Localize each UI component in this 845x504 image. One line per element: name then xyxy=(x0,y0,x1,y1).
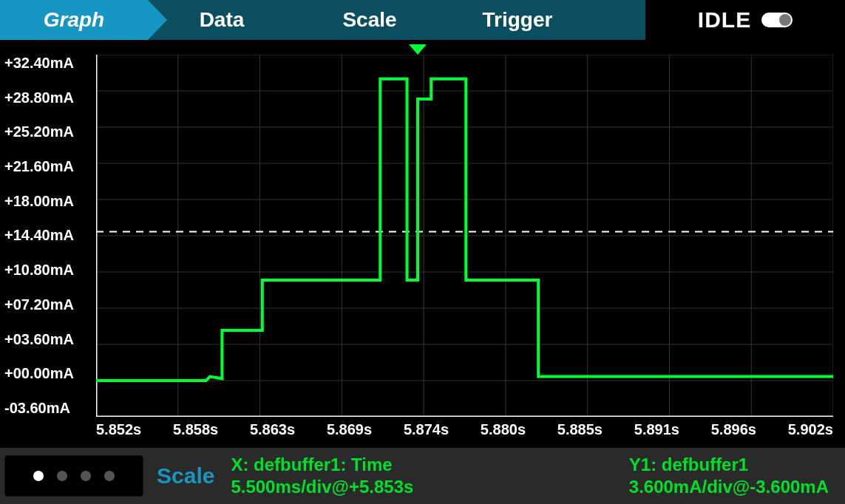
x-tick-label: 5.902s xyxy=(788,421,833,446)
page-dot-3 xyxy=(81,471,91,481)
status-toggle-icon[interactable] xyxy=(761,13,793,27)
bottom-bar: Scale X: defbuffer1: Time 5.500ms/div@+5… xyxy=(0,448,845,504)
y-tick-label: +18.00mA xyxy=(4,193,92,210)
tab-label: Trigger xyxy=(483,8,553,32)
scale-label: Scale xyxy=(157,463,214,488)
tab-bar: Graph Data Scale Trigger IDLE xyxy=(0,0,845,40)
tab-label: Scale xyxy=(342,8,396,32)
x-tick-label: 5.891s xyxy=(634,421,679,446)
y-tick-label: +21.60mA xyxy=(4,158,92,175)
tab-scale[interactable]: Scale xyxy=(296,0,444,40)
x-axis-labels: 5.852s5.858s5.863s5.869s5.874s5.880s5.88… xyxy=(96,421,833,446)
tab-trigger[interactable]: Trigger xyxy=(444,0,591,40)
status-text: IDLE xyxy=(698,7,751,33)
x-scale-line1: X: defbuffer1: Time xyxy=(231,454,413,476)
x-scale-line2: 5.500ms/div@+5.853s xyxy=(231,476,413,498)
plot-region[interactable] xyxy=(96,55,833,417)
x-scale-info: X: defbuffer1: Time 5.500ms/div@+5.853s xyxy=(231,454,413,498)
y-tick-label: +28.80mA xyxy=(4,89,92,106)
tab-label: Graph xyxy=(44,8,104,32)
tab-label: Data xyxy=(200,8,245,32)
x-tick-label: 5.869s xyxy=(327,421,372,446)
graph-area[interactable]: +32.40mA+28.80mA+25.20mA+21.60mA+18.00mA… xyxy=(0,40,845,448)
page-dot-4 xyxy=(104,471,115,481)
x-tick-label: 5.852s xyxy=(96,421,141,446)
trigger-marker-icon xyxy=(409,44,427,55)
y-tick-label: +03.60mA xyxy=(4,331,92,348)
y-axis-labels: +32.40mA+28.80mA+25.20mA+21.60mA+18.00mA… xyxy=(4,55,92,417)
y-tick-label: +14.40mA xyxy=(4,227,92,244)
y-tick-label: +07.20mA xyxy=(4,296,92,313)
x-tick-label: 5.885s xyxy=(557,421,603,446)
x-tick-label: 5.874s xyxy=(404,421,449,446)
y-tick-label: -03.60mA xyxy=(4,400,92,417)
y-tick-label: +00.00mA xyxy=(4,365,92,382)
x-tick-label: 5.858s xyxy=(173,421,218,446)
oscilloscope-screen: Graph Data Scale Trigger IDLE +32.40mA+2… xyxy=(0,0,845,504)
tab-data[interactable]: Data xyxy=(148,0,296,40)
waveform-svg xyxy=(96,55,833,417)
y-scale-info: Y1: defbuffer1 3.600mA/div@-3.600mA xyxy=(629,454,829,498)
x-tick-label: 5.880s xyxy=(481,421,526,446)
x-tick-label: 5.896s xyxy=(711,421,756,446)
y-scale-line2: 3.600mA/div@-3.600mA xyxy=(629,476,829,498)
status-cell: IDLE xyxy=(645,0,845,40)
tab-graph[interactable]: Graph xyxy=(0,0,148,40)
x-tick-label: 5.863s xyxy=(250,421,295,446)
y-tick-label: +32.40mA xyxy=(4,55,92,72)
y-tick-label: +25.20mA xyxy=(4,123,92,140)
y-scale-line1: Y1: defbuffer1 xyxy=(629,454,829,476)
y-tick-label: +10.80mA xyxy=(4,262,92,279)
page-dots[interactable] xyxy=(4,455,143,497)
page-dot-1 xyxy=(33,471,44,481)
page-dot-2 xyxy=(57,471,67,481)
